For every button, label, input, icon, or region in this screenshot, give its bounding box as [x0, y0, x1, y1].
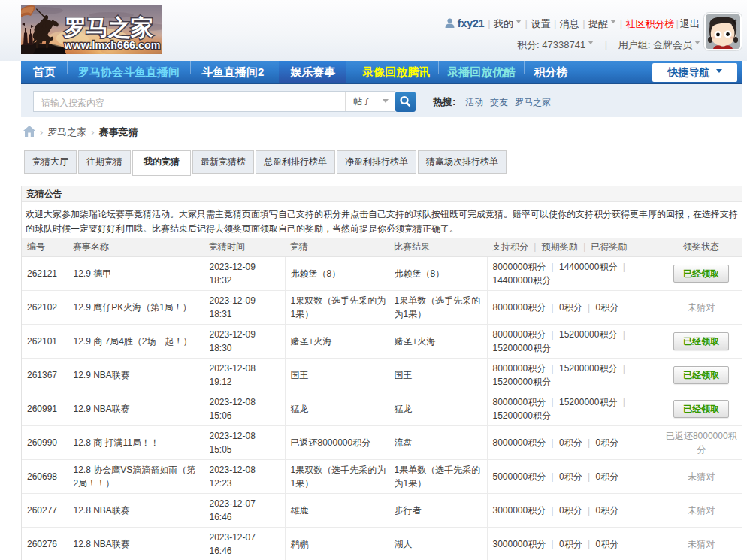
svg-text:www.lmxh666.com: www.lmxh666.com [64, 39, 161, 51]
svg-text:罗马之家: 罗马之家 [64, 15, 154, 40]
